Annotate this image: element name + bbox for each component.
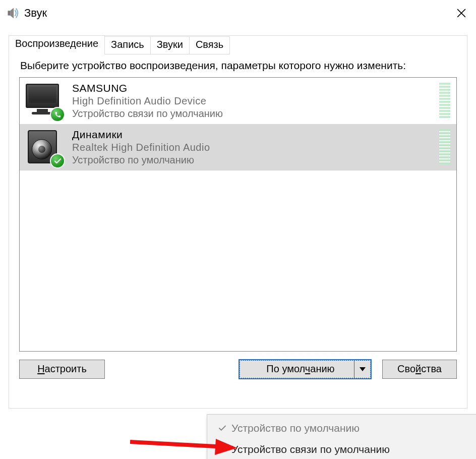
button-label: Свойства: [397, 363, 442, 375]
svg-marker-1: [10, 8, 14, 19]
properties-button[interactable]: Свойства: [382, 360, 457, 379]
device-text: Динамики Realtek High Definition Audio У…: [72, 128, 210, 166]
level-meter: [439, 129, 450, 164]
tab-sounds[interactable]: Звуки: [150, 36, 190, 54]
device-subtitle: High Definition Audio Device: [72, 95, 223, 107]
device-status: Устройство связи по умолчанию: [72, 107, 223, 120]
speaker-icon: [24, 128, 64, 166]
tab-playback[interactable]: Воспроизведение: [9, 35, 105, 53]
svg-rect-0: [8, 11, 11, 15]
default-device-badge-icon: [50, 153, 65, 168]
tab-strip: Воспроизведение Запись Звуки Связь: [9, 35, 230, 53]
tab-label: Запись: [111, 39, 144, 50]
device-list[interactable]: SAMSUNG High Definition Audio Device Уст…: [19, 77, 457, 352]
device-name: SAMSUNG: [72, 82, 223, 95]
set-default-button[interactable]: По умолчанию: [239, 360, 371, 379]
titlebar: Звук: [0, 0, 476, 26]
dropdown-arrow-icon[interactable]: [354, 361, 370, 378]
device-text: SAMSUNG High Definition Audio Device Уст…: [72, 82, 223, 120]
tab-content: Выберите устройство воспроизведения, пар…: [9, 36, 467, 387]
monitor-icon: [24, 82, 64, 120]
svg-marker-4: [360, 367, 366, 371]
tab-label: Звуки: [157, 39, 183, 50]
menu-item-label: Устройство по умолчанию: [231, 422, 360, 434]
menu-item-label: Устройство связи по умолчанию: [231, 443, 390, 455]
dialog-body: Воспроизведение Запись Звуки Связь Выбер…: [9, 35, 467, 409]
sound-icon: [6, 6, 20, 20]
tab-communications[interactable]: Связь: [189, 36, 230, 54]
configure-button[interactable]: Настроить: [19, 360, 105, 379]
svg-line-5: [130, 442, 216, 446]
level-meter: [439, 83, 450, 118]
device-name: Динамики: [72, 128, 210, 141]
device-status: Устройство по умолчанию: [72, 154, 210, 166]
menu-item-default-comm-device[interactable]: Устройство связи по умолчанию: [207, 439, 476, 459]
close-button[interactable]: [447, 0, 476, 26]
tab-label: Воспроизведение: [15, 38, 98, 49]
device-item-samsung[interactable]: SAMSUNG High Definition Audio Device Уст…: [20, 78, 456, 124]
tab-recording[interactable]: Запись: [104, 36, 151, 54]
check-icon: [213, 424, 231, 433]
instruction-text: Выберите устройство воспроизведения, пар…: [20, 59, 457, 72]
window-title: Звук: [24, 7, 47, 20]
tab-label: Связь: [196, 39, 223, 50]
device-subtitle: Realtek High Definition Audio: [72, 141, 210, 154]
default-dropdown-menu: Устройство по умолчанию Устройство связи…: [207, 414, 476, 459]
button-row: Настроить По умолчанию Свойства: [19, 360, 457, 379]
close-icon: [457, 9, 466, 18]
default-comm-badge-icon: [50, 107, 65, 122]
menu-item-default-device[interactable]: Устройство по умолчанию: [207, 418, 476, 439]
button-label: Настроить: [37, 363, 87, 375]
button-label: По умолчанию: [266, 363, 334, 375]
device-item-speakers[interactable]: Динамики Realtek High Definition Audio У…: [20, 124, 456, 170]
